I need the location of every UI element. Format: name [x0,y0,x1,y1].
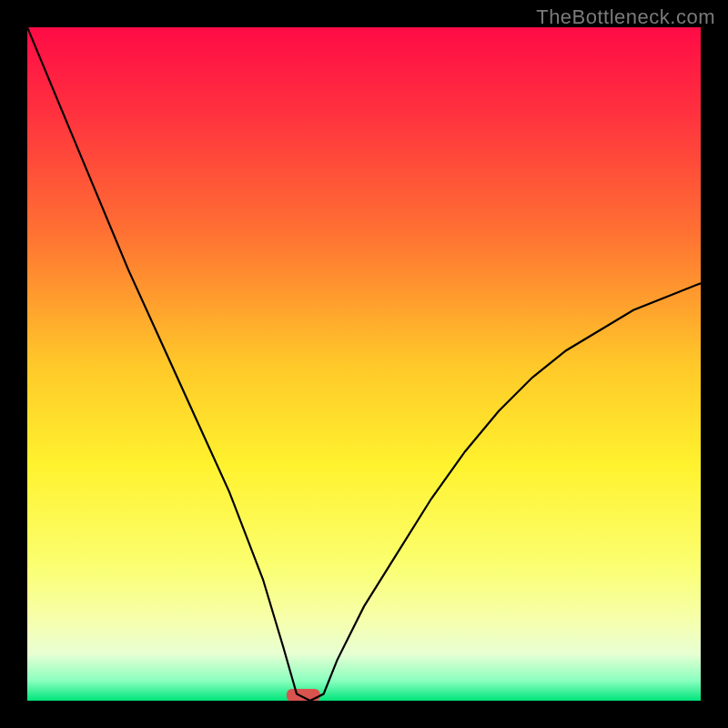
gradient-background [27,27,701,701]
plot-svg [27,27,701,701]
watermark-label: TheBottleneck.com [536,5,715,29]
plot-area [27,27,701,701]
chart-frame: TheBottleneck.com [0,0,728,728]
